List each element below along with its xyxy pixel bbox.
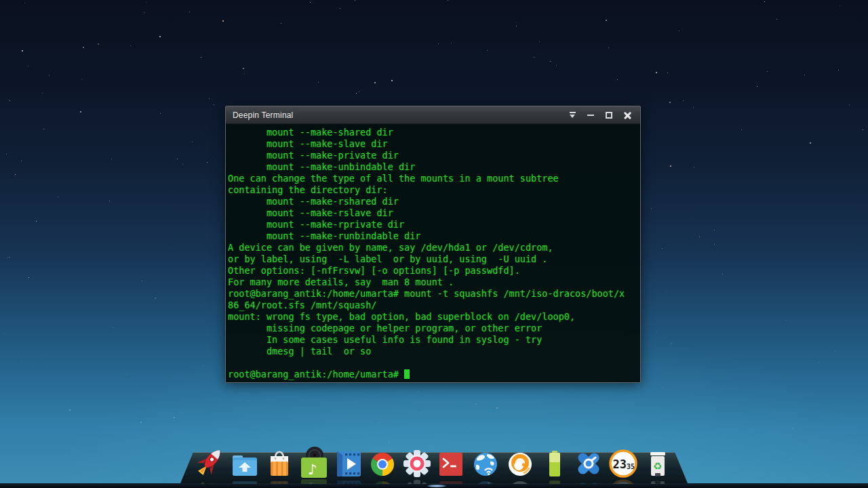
dock-item-network-globe[interactable] xyxy=(469,447,503,479)
shopping-bag-icon xyxy=(266,447,293,479)
menu-button[interactable] xyxy=(566,108,579,123)
terminal-cursor xyxy=(404,369,410,379)
dock-item-chrome-browser[interactable] xyxy=(366,447,400,479)
terminal-lines: mount --make-shared dir mount --make-sla… xyxy=(228,127,638,369)
menu-icon xyxy=(570,112,576,118)
minimize-icon xyxy=(587,115,594,116)
clover-icon xyxy=(574,449,604,479)
knob-icon xyxy=(506,450,534,479)
battery-icon xyxy=(541,449,568,479)
rocket-icon xyxy=(193,445,227,479)
dock-icons-row: ♪ xyxy=(193,447,675,479)
close-button[interactable] xyxy=(620,108,634,123)
dock-item-music-player[interactable]: ♪ xyxy=(296,447,331,479)
clock-hour: 23 xyxy=(612,458,626,471)
svg-text:♪: ♪ xyxy=(308,462,317,478)
gear-icon xyxy=(402,449,432,479)
window-controls xyxy=(566,108,640,123)
dock-item-movie-player[interactable] xyxy=(331,447,366,479)
prompt-text: root@barang_antik:/home/umarta# xyxy=(228,369,404,380)
close-icon xyxy=(624,111,631,119)
svg-text:♻: ♻ xyxy=(653,460,662,472)
trash-icon: ♻ xyxy=(644,449,672,479)
dock-item-trash[interactable]: ♻ xyxy=(640,447,675,479)
chrome-icon xyxy=(368,450,397,479)
terminal-icon xyxy=(437,450,465,479)
music-note-icon: ♪ xyxy=(298,446,330,479)
maximize-button[interactable] xyxy=(602,108,616,123)
terminal-prompt: root@barang_antik:/home/umarta# xyxy=(228,369,638,380)
dock-drag-handle[interactable] xyxy=(427,485,446,487)
terminal-output[interactable]: mount --make-shared dir mount --make-sla… xyxy=(226,124,640,383)
globe-icon xyxy=(471,450,500,479)
dock-item-dial-knob[interactable] xyxy=(502,447,537,479)
folder-icon xyxy=(230,451,260,479)
dock-item-app-store[interactable] xyxy=(262,447,296,479)
dock-item-office-clover[interactable] xyxy=(572,447,606,479)
maximize-icon xyxy=(606,112,612,119)
dock-item-clock[interactable]: 23 35 xyxy=(606,447,641,479)
dock-item-control-center[interactable] xyxy=(399,447,434,479)
window-title: Deepin Terminal xyxy=(226,110,566,120)
dock-item-battery[interactable] xyxy=(537,447,572,479)
clock-minute: 35 xyxy=(627,463,635,470)
dock-item-file-manager[interactable] xyxy=(228,447,262,479)
filmstrip-play-icon xyxy=(332,449,363,479)
window-titlebar[interactable]: Deepin Terminal xyxy=(226,106,640,124)
minimize-button[interactable] xyxy=(584,108,597,123)
terminal-window: Deepin Terminal mount --make-shared dir … xyxy=(225,106,641,383)
clock-icon: 23 35 xyxy=(608,449,638,479)
dock-item-launcher[interactable] xyxy=(193,447,228,479)
dock-item-terminal[interactable] xyxy=(434,447,469,479)
